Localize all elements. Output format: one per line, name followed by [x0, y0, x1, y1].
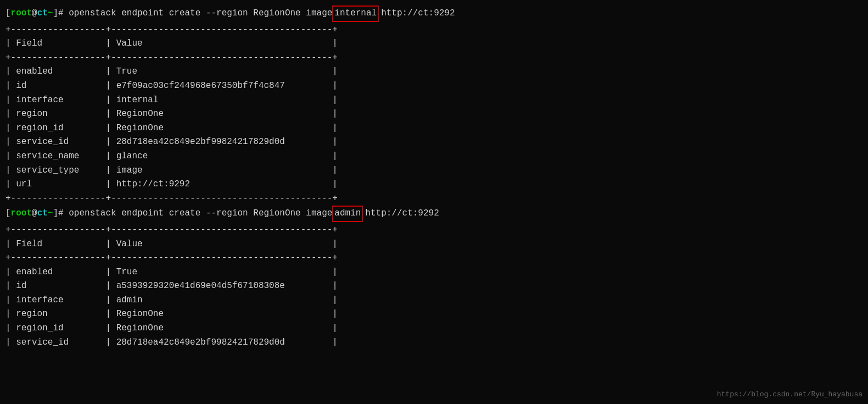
bracket-close-1: ]: [53, 7, 58, 21]
prompt-root-2: root: [11, 207, 32, 221]
highlighted-admin: admin: [332, 206, 363, 222]
table2-row-2: | interface | admin |: [5, 294, 863, 308]
table2-row-3: | region | RegionOne |: [5, 307, 863, 322]
prompt-tilde-1: ~: [48, 7, 53, 21]
table1-row-5: | service_id | 28d718ea42c849e2bf9982421…: [5, 135, 863, 150]
table1-row-0: | enabled | True |: [5, 65, 863, 79]
table1-header-sep: +------------------+--------------------…: [5, 51, 863, 65]
table-2: +------------------+--------------------…: [5, 223, 863, 350]
table1-header: | Field | Value |: [5, 37, 863, 51]
prompt-tilde-2: ~: [48, 207, 53, 221]
cmd-suffix-2: http://ct:9292: [365, 207, 439, 221]
table2-top-sep: +------------------+--------------------…: [5, 223, 863, 237]
table1-top-sep: +------------------+--------------------…: [5, 23, 863, 37]
table1-row-6: | service_name | glance |: [5, 150, 863, 164]
prompt-at-2: @: [32, 207, 37, 221]
table2-header: | Field | Value |: [5, 237, 863, 252]
terminal-window: [root@ct ~] # openstack endpoint create …: [0, 5, 868, 350]
bracket-open-2: [: [5, 207, 11, 221]
table-1: +------------------+--------------------…: [5, 23, 863, 206]
table2-row-1: | id | a5393929320e41d69e04d5f67108308e …: [5, 279, 863, 294]
prompt-root-1: root: [11, 7, 32, 21]
prompt-host-1: ct: [37, 7, 48, 21]
watermark: https://blog.csdn.net/Ryu_hayabusa: [717, 390, 863, 399]
table1-row-2: | interface | internal |: [5, 93, 863, 108]
table1-bot-sep: +------------------+--------------------…: [5, 192, 863, 206]
table2-header-sep: +------------------+--------------------…: [5, 251, 863, 265]
command-line-2: [root@ct ~] # openstack endpoint create …: [5, 206, 863, 222]
prompt-hash-1: # openstack endpoint create --region Reg…: [58, 7, 332, 21]
table1-row-7: | service_type | image |: [5, 164, 863, 178]
command-line-1: [root@ct ~] # openstack endpoint create …: [5, 5, 863, 22]
table1-row-3: | region | RegionOne |: [5, 107, 863, 121]
table2-row-0: | enabled | True |: [5, 265, 863, 280]
table1-row-4: | region_id | RegionOne |: [5, 121, 863, 136]
prompt-hash-2: # openstack endpoint create --region Reg…: [58, 207, 332, 221]
table1-row-1: | id | e7f09ac03cf244968e67350bf7f4c847 …: [5, 79, 863, 93]
prompt-host-2: ct: [37, 207, 48, 221]
prompt-at-1: @: [32, 7, 37, 21]
bracket-close-2: ]: [53, 207, 58, 221]
highlighted-internal: internal: [332, 5, 379, 22]
cmd-suffix-1: http://ct:9292: [381, 7, 455, 21]
bracket-open-1: [: [5, 7, 11, 21]
table2-row-4: | region_id | RegionOne |: [5, 322, 863, 336]
table2-row-5: | service_id | 28d718ea42c849e2bf9982421…: [5, 336, 863, 350]
table1-row-8: | url | http://ct:9292 |: [5, 178, 863, 192]
